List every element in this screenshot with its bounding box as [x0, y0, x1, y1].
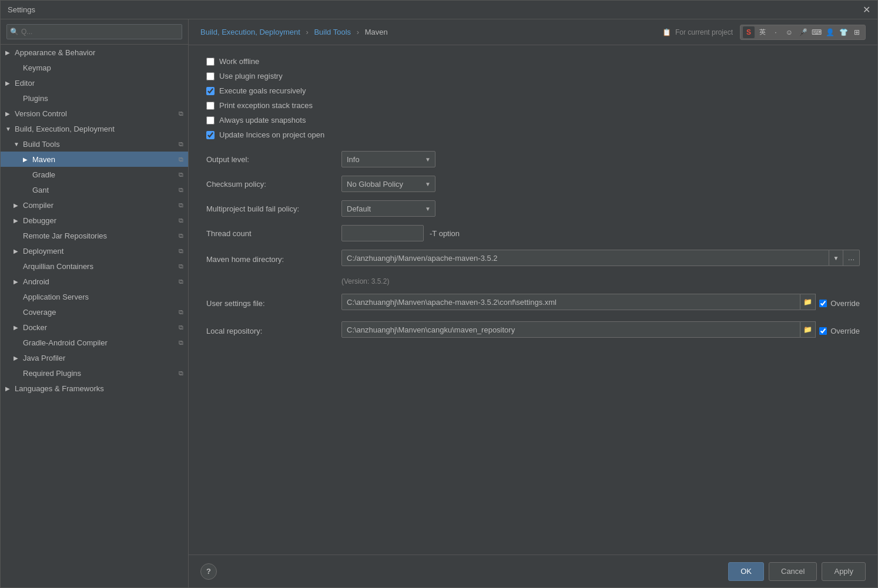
- sidebar-item-android[interactable]: ▶ Android ⧉: [1, 274, 188, 289]
- toolbar-emoji-icon[interactable]: ☺: [783, 26, 795, 38]
- user-settings-input[interactable]: [341, 294, 800, 310]
- sidebar-item-label: Application Servers: [23, 293, 183, 301]
- arrow-icon: ▶: [5, 49, 15, 56]
- sidebar-item-gradle[interactable]: Gradle ⧉: [1, 167, 188, 182]
- sidebar-item-label: Compiler: [23, 201, 176, 210]
- sidebar-item-maven[interactable]: ▶ Maven ⧉: [1, 152, 188, 167]
- checkbox-work-offline: Work offline: [206, 57, 860, 66]
- always-update-checkbox[interactable]: [206, 116, 215, 125]
- sidebar-item-label: Appearance & Behavior: [15, 48, 183, 57]
- sidebar-item-required-plugins[interactable]: Required Plugins ⧉: [1, 365, 188, 381]
- arrow-icon: ▶: [14, 355, 23, 361]
- sidebar-item-label: Editor: [15, 79, 183, 88]
- update-indices-checkbox[interactable]: [206, 131, 215, 139]
- sidebar-item-label: Maven: [32, 155, 176, 164]
- toolbar-grid-icon[interactable]: ⊞: [851, 26, 863, 38]
- sidebar-item-deployment[interactable]: ▶ Deployment ⧉: [1, 243, 188, 258]
- checkbox-update-indices: Update Incices on project open: [206, 130, 860, 139]
- sidebar-item-docker[interactable]: ▶ Docker ⧉: [1, 320, 188, 335]
- local-repo-input[interactable]: [341, 321, 800, 338]
- multiproject-policy-row: Multiproject build fail policy: Default …: [206, 200, 860, 217]
- sidebar-item-debugger[interactable]: ▶ Debugger ⧉: [1, 213, 188, 228]
- sidebar-item-label: Debugger: [23, 216, 176, 225]
- maven-home-control: ▼ …: [341, 250, 860, 266]
- breadcrumb-part1[interactable]: Build, Execution, Deployment: [200, 28, 300, 36]
- override-local-repo-checkbox[interactable]: [819, 327, 827, 335]
- sidebar: 🔍 ▶ Appearance & Behavior Keymap ▶ Edito…: [1, 19, 189, 587]
- close-button[interactable]: ✕: [863, 5, 870, 15]
- toolbar-s-icon[interactable]: S: [743, 26, 755, 38]
- sidebar-item-coverage[interactable]: Coverage ⧉: [1, 304, 188, 320]
- breadcrumb-part3: Maven: [365, 28, 388, 36]
- use-plugin-registry-checkbox[interactable]: [206, 72, 215, 80]
- sidebar-item-appearance[interactable]: ▶ Appearance & Behavior: [1, 45, 188, 60]
- copy-icon: ⧉: [179, 324, 183, 331]
- help-button[interactable]: ?: [200, 563, 217, 580]
- output-level-row: Output level: Info Debug Error ▼: [206, 151, 860, 167]
- copy-icon: ⧉: [179, 232, 183, 240]
- ok-button[interactable]: OK: [728, 562, 764, 581]
- user-settings-folder-btn[interactable]: 📁: [800, 294, 816, 310]
- sidebar-item-keymap[interactable]: Keymap: [1, 60, 188, 75]
- always-update-label: Always update snapshots: [219, 116, 306, 125]
- arrow-icon: ▶: [5, 110, 15, 117]
- sidebar-item-label: Coverage: [23, 308, 176, 317]
- copy-icon: ⧉: [179, 339, 183, 347]
- breadcrumb: Build, Execution, Deployment › Build Too…: [200, 28, 388, 36]
- maven-home-input[interactable]: [341, 250, 829, 266]
- sidebar-item-label: Gradle: [32, 170, 176, 179]
- sidebar-item-java-profiler[interactable]: ▶ Java Profiler: [1, 350, 188, 365]
- sidebar-item-version-control[interactable]: ▶ Version Control ⧉: [1, 106, 188, 121]
- sidebar-item-gradle-android[interactable]: Gradle-Android Compiler ⧉: [1, 335, 188, 350]
- search-input[interactable]: [6, 24, 182, 39]
- maven-home-browse-btn[interactable]: …: [843, 250, 860, 266]
- print-exception-checkbox[interactable]: [206, 102, 215, 110]
- sidebar-item-remote-jar[interactable]: Remote Jar Repositories ⧉: [1, 228, 188, 243]
- toolbar-mic-icon[interactable]: 🎤: [797, 26, 809, 38]
- copy-icon: ⧉: [179, 278, 183, 285]
- t-option-label: -T option: [430, 229, 460, 238]
- sidebar-item-editor[interactable]: ▶ Editor: [1, 75, 188, 90]
- local-repo-folder-btn[interactable]: 📁: [800, 321, 816, 338]
- arrow-icon: ▶: [14, 217, 23, 224]
- sidebar-item-compiler[interactable]: ▶ Compiler ⧉: [1, 197, 188, 213]
- work-offline-checkbox[interactable]: [206, 58, 215, 66]
- apply-button[interactable]: Apply: [822, 562, 866, 581]
- toolbar-shirt-icon[interactable]: 👕: [837, 26, 849, 38]
- checksum-policy-control: No Global Policy Strict Warn Ignore ▼: [341, 176, 860, 192]
- sidebar-item-label: Gradle-Android Compiler: [23, 338, 176, 347]
- sidebar-item-languages[interactable]: ▶ Languages & Frameworks: [1, 381, 188, 396]
- override-user-settings-checkbox[interactable]: [819, 300, 827, 307]
- sidebar-item-label: Java Profiler: [23, 354, 183, 362]
- toolbar-keyboard-icon[interactable]: ⌨: [810, 26, 822, 38]
- multiproject-policy-select[interactable]: Default At End Never Always: [341, 200, 435, 217]
- sidebar-item-arquillian[interactable]: Arquillian Containers ⧉: [1, 258, 188, 274]
- sidebar-item-gant[interactable]: Gant ⧉: [1, 182, 188, 197]
- search-bar: 🔍: [1, 19, 188, 45]
- toolbar-lang-icon[interactable]: 英: [756, 26, 768, 38]
- print-exception-label: Print exception stack traces: [219, 101, 313, 110]
- output-level-select[interactable]: Info Debug Error: [341, 151, 435, 167]
- sidebar-item-build-tools[interactable]: ▼ Build Tools ⧉: [1, 136, 188, 152]
- sidebar-item-plugins[interactable]: Plugins: [1, 90, 188, 106]
- for-current-project[interactable]: 📋 For current project: [662, 28, 733, 36]
- maven-home-dropdown-btn[interactable]: ▼: [829, 250, 843, 266]
- checksum-policy-select[interactable]: No Global Policy Strict Warn Ignore: [341, 176, 435, 192]
- copy-icon: ⧉: [179, 201, 183, 209]
- local-repo-label: Local repository:: [206, 327, 341, 335]
- sidebar-item-build-exec-deploy[interactable]: ▼ Build, Execution, Deployment: [1, 121, 188, 136]
- toolbar-dot-icon[interactable]: ·: [770, 26, 782, 38]
- copy-icon: ⧉: [179, 369, 183, 377]
- sidebar-item-label: Keymap: [23, 63, 183, 72]
- arrow-icon: ▼: [5, 126, 15, 132]
- project-icon: 📋: [662, 28, 671, 36]
- cancel-button[interactable]: Cancel: [769, 562, 817, 581]
- thread-count-input[interactable]: [341, 225, 424, 241]
- breadcrumb-sep2: ›: [357, 28, 359, 36]
- update-indices-label: Update Incices on project open: [219, 130, 324, 139]
- breadcrumb-part2[interactable]: Build Tools: [314, 28, 351, 36]
- sidebar-item-app-servers[interactable]: Application Servers: [1, 289, 188, 304]
- arrow-icon: ▶: [14, 324, 23, 331]
- toolbar-user-icon[interactable]: 👤: [824, 26, 836, 38]
- execute-goals-checkbox[interactable]: [206, 87, 215, 95]
